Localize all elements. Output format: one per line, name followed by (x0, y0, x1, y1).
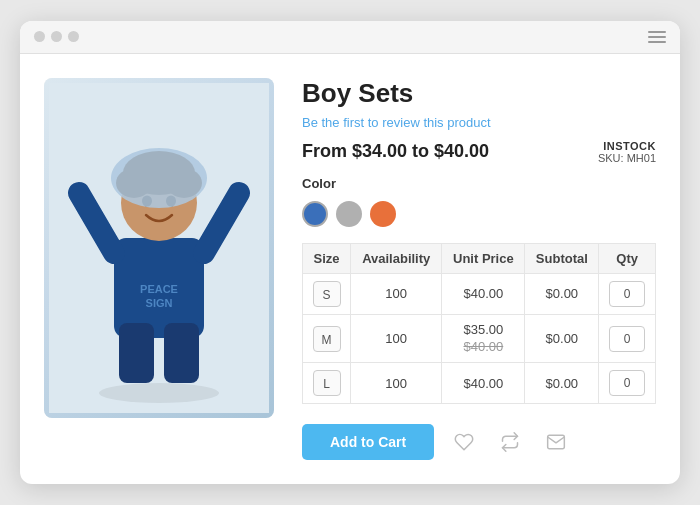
col-qty: Qty (599, 243, 656, 273)
col-unit-price: Unit Price (442, 243, 525, 273)
review-link[interactable]: Be the first to review this product (302, 115, 656, 130)
variants-table: Size Availability Unit Price Subtotal Qt… (302, 243, 656, 405)
col-availability: Availability (351, 243, 442, 273)
svg-text:SIGN: SIGN (146, 297, 173, 309)
subtotal-cell-1: $0.00 (525, 314, 599, 363)
svg-point-13 (111, 148, 207, 208)
qty-cell-1 (599, 314, 656, 363)
svg-rect-4 (164, 323, 199, 383)
svg-text:PEACE: PEACE (140, 283, 178, 295)
size-button-M[interactable]: M (313, 326, 341, 352)
sku-label: SKU: MH01 (598, 152, 656, 164)
size-button-S[interactable]: S (313, 281, 341, 307)
color-swatches (302, 201, 656, 227)
col-size: Size (303, 243, 351, 273)
product-content: PEACE SIGN Boy Sets Be the first to revi… (20, 54, 680, 485)
wishlist-button[interactable] (448, 426, 480, 458)
email-button[interactable] (540, 426, 572, 458)
share-button[interactable] (494, 426, 526, 458)
product-title: Boy Sets (302, 78, 656, 109)
qty-input-S[interactable] (609, 281, 645, 307)
titlebar (20, 21, 680, 54)
size-cell-2: L (303, 363, 351, 404)
subtotal-cell-2: $0.00 (525, 363, 599, 404)
product-image-placeholder: PEACE SIGN (44, 78, 274, 418)
color-label: Color (302, 176, 656, 191)
hamburger-menu[interactable] (648, 31, 666, 43)
add-to-cart-button[interactable]: Add to Cart (302, 424, 434, 460)
price-cell-0: $40.00 (442, 273, 525, 314)
table-row: M100$35.00$40.00$0.00 (303, 314, 656, 363)
avail-cell-1: 100 (351, 314, 442, 363)
svg-rect-3 (119, 323, 154, 383)
product-svg: PEACE SIGN (49, 83, 269, 413)
product-price: From $34.00 to $40.00 (302, 141, 489, 162)
actions-row: Add to Cart (302, 424, 656, 460)
qty-input-M[interactable] (609, 326, 645, 352)
price-cell-2: $40.00 (442, 363, 525, 404)
col-subtotal: Subtotal (525, 243, 599, 273)
avail-cell-0: 100 (351, 273, 442, 314)
size-cell-0: S (303, 273, 351, 314)
dot-minimize[interactable] (51, 31, 62, 42)
qty-input-L[interactable] (609, 370, 645, 396)
color-swatch-orange[interactable] (370, 201, 396, 227)
window-controls (34, 31, 79, 42)
color-swatch-gray[interactable] (336, 201, 362, 227)
price-row: From $34.00 to $40.00 INSTOCK SKU: MH01 (302, 140, 656, 164)
size-cell-1: M (303, 314, 351, 363)
product-window: PEACE SIGN Boy Sets Be the first to revi… (20, 21, 680, 485)
avail-cell-2: 100 (351, 363, 442, 404)
product-info: Boy Sets Be the first to review this pro… (302, 78, 656, 461)
instock-badge: INSTOCK (598, 140, 656, 152)
product-image: PEACE SIGN (44, 78, 274, 418)
price-cell-1: $35.00$40.00 (442, 314, 525, 363)
qty-cell-2 (599, 363, 656, 404)
dot-close[interactable] (34, 31, 45, 42)
color-swatch-blue[interactable] (302, 201, 328, 227)
qty-cell-0 (599, 273, 656, 314)
table-row: S100$40.00$0.00 (303, 273, 656, 314)
stock-info: INSTOCK SKU: MH01 (598, 140, 656, 164)
dot-maximize[interactable] (68, 31, 79, 42)
svg-point-1 (99, 383, 219, 403)
size-button-L[interactable]: L (313, 370, 341, 396)
subtotal-cell-0: $0.00 (525, 273, 599, 314)
table-row: L100$40.00$0.00 (303, 363, 656, 404)
